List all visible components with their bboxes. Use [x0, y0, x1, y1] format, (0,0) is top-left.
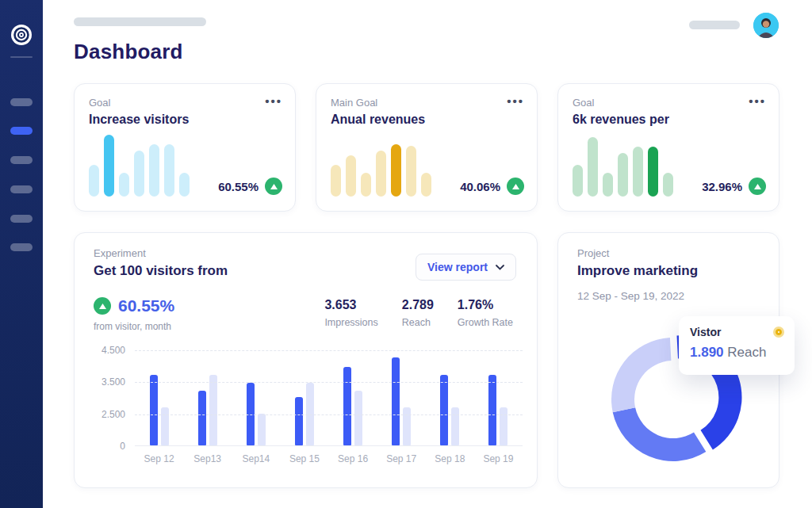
mini-bar: [633, 147, 643, 197]
bar-primary[interactable]: [392, 357, 400, 445]
donut-segment-segment-3[interactable]: [611, 338, 671, 412]
mini-bar: [104, 135, 114, 197]
bar-primary[interactable]: [295, 397, 303, 445]
bar-group: [135, 350, 183, 445]
card-label: Goal: [89, 97, 110, 109]
bar-primary[interactable]: [343, 367, 351, 445]
bar-secondary[interactable]: [258, 414, 266, 445]
experiment-caption: from visitor, month: [94, 321, 174, 332]
gold-ring-icon: [776, 329, 782, 335]
bar-group: [426, 350, 474, 445]
y-tick-label: 3.500: [102, 376, 125, 388]
bar-primary[interactable]: [488, 375, 496, 445]
mini-bar: [648, 147, 658, 197]
sidebar-item-2[interactable]: [10, 127, 33, 135]
goal-percent: 60.55%: [218, 180, 259, 193]
mini-bar: [588, 137, 598, 197]
x-tick-label: Sep 15: [280, 453, 328, 464]
chevron-down-icon: [496, 265, 504, 270]
goal-card-increase-visitors: Goal Increase visitors 60.55%: [74, 83, 296, 212]
trend-up-icon: [507, 178, 524, 195]
mini-bar: [663, 173, 673, 197]
goal-percent: 32.96%: [702, 180, 742, 193]
project-card: Project Improve marketing 12 Sep - Sep 1…: [557, 232, 779, 488]
mini-bar: [119, 173, 129, 197]
mini-bar-chart: [89, 133, 190, 197]
mini-bar: [361, 173, 371, 197]
stat-value: 1.76%: [458, 298, 513, 312]
x-tick-label: Sep14: [232, 453, 280, 464]
card-title: Get 100 visitors from: [94, 263, 228, 279]
bar-secondary[interactable]: [403, 407, 411, 445]
x-tick-label: Sep 12: [135, 453, 183, 464]
sidebar-item-6[interactable]: [10, 243, 33, 251]
mini-bar: [164, 144, 174, 197]
stat-reach: 2.789 Reach: [402, 298, 434, 328]
mini-bar: [331, 165, 341, 197]
user-avatar[interactable]: [753, 13, 779, 38]
trend-up-icon: [265, 178, 282, 195]
view-report-label: View report: [427, 261, 488, 273]
experiment-card: Experiment Get 100 visitors from View re…: [74, 232, 538, 488]
x-tick-label: Sep 17: [377, 453, 426, 464]
gridline: [135, 382, 523, 383]
stat-label: Reach: [402, 317, 434, 328]
donut-tooltip: Vistor 1.890 Reach: [679, 316, 795, 375]
stat-impressions: 3.653 Impressions: [324, 298, 377, 328]
breadcrumb-placeholder: [74, 17, 206, 26]
goal-card-6k-revenues: Goal 6k revenues per 32.96%: [557, 83, 779, 212]
donut-segment-segment-2[interactable]: [613, 407, 707, 461]
bar-group: [474, 350, 523, 445]
sidebar-item-4[interactable]: [10, 185, 33, 193]
card-title: Increase visitors: [89, 113, 189, 127]
bar-secondary[interactable]: [209, 375, 217, 445]
mini-bar: [406, 146, 416, 197]
more-options-icon[interactable]: [749, 95, 766, 107]
x-tick-label: Sep13: [183, 453, 232, 464]
bar-secondary[interactable]: [161, 407, 169, 445]
tooltip-title: Vistor: [690, 326, 721, 338]
mini-bar: [179, 173, 190, 197]
view-report-button[interactable]: View report: [416, 254, 516, 281]
avatar-photo-icon: [753, 13, 779, 38]
trend-up-icon: [94, 297, 111, 315]
bar-group: [183, 350, 232, 445]
app-logo-icon: [10, 24, 33, 46]
gridline: [135, 414, 523, 415]
x-tick-label: Sep 16: [329, 453, 377, 464]
x-tick-label: Sep 18: [426, 453, 474, 464]
y-tick-label: 2.500: [102, 409, 125, 420]
mini-bar: [391, 144, 401, 197]
bar-secondary[interactable]: [500, 407, 508, 445]
sidebar-item-3[interactable]: [10, 156, 33, 164]
more-options-icon[interactable]: [507, 95, 524, 107]
card-label: Goal: [573, 97, 594, 109]
bar-primary[interactable]: [150, 375, 158, 445]
mini-bar: [346, 155, 356, 197]
stat-value: 2.789: [402, 298, 434, 312]
mini-bar: [89, 165, 99, 197]
sidebar-item-1[interactable]: [10, 98, 33, 106]
more-options-icon[interactable]: [265, 95, 282, 107]
bar-group: [329, 350, 377, 445]
bar-primary[interactable]: [198, 391, 206, 445]
chart-plot-area: [135, 350, 523, 446]
goal-percent: 40.06%: [460, 180, 500, 193]
card-title: 6k revenues per: [573, 113, 669, 127]
project-date-range: 12 Sep - Sep 19, 2022: [577, 290, 684, 302]
bar-primary[interactable]: [440, 375, 448, 445]
mini-bar: [376, 151, 386, 197]
bar-group: [280, 350, 328, 445]
sidebar-item-5[interactable]: [10, 215, 33, 223]
trend-up-icon: [749, 178, 766, 195]
stat-label: Impressions: [324, 317, 377, 328]
chart-y-axis: 02.5003.5004.500: [94, 350, 125, 446]
experiment-percent: 60.55%: [118, 296, 174, 315]
mini-bar: [603, 173, 613, 197]
mini-bar: [134, 151, 144, 197]
tooltip-value: 1.890: [690, 345, 724, 360]
mini-bar-chart: [573, 133, 673, 197]
bar-secondary[interactable]: [354, 391, 362, 445]
bar-secondary[interactable]: [451, 407, 459, 445]
stat-growth-rate: 1.76% Growth Rate: [458, 298, 513, 328]
